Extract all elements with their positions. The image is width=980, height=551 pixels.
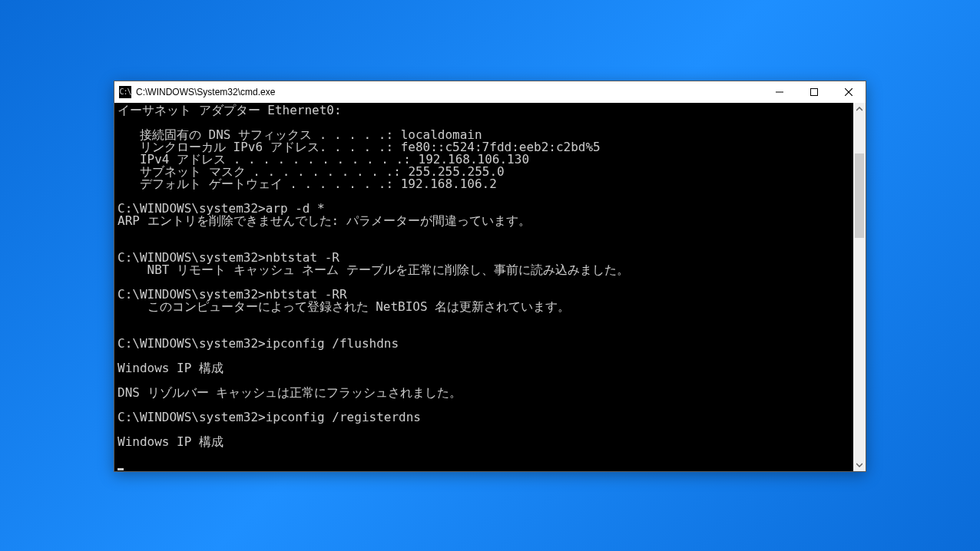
cmd-window: C:\ C:\WINDOWS\System32\cmd.exe イーサネット ア… [114, 81, 866, 472]
window-title: C:\WINDOWS\System32\cmd.exe [136, 87, 762, 97]
minimize-button[interactable] [762, 81, 796, 103]
scroll-up-button[interactable] [853, 103, 866, 115]
terminal-cursor [118, 468, 124, 470]
window-controls [762, 81, 866, 103]
terminal-area[interactable]: イーサネット アダプター Ethernet0: 接続固有の DNS サフィックス… [114, 103, 866, 471]
vertical-scrollbar[interactable] [853, 103, 866, 471]
terminal-output[interactable]: イーサネット アダプター Ethernet0: 接続固有の DNS サフィックス… [114, 103, 853, 471]
scroll-down-button[interactable] [853, 459, 866, 471]
svg-rect-1 [810, 89, 817, 96]
cmd-icon: C:\ [119, 86, 131, 98]
titlebar[interactable]: C:\ C:\WINDOWS\System32\cmd.exe [114, 81, 866, 103]
maximize-button[interactable] [796, 81, 831, 103]
scrollbar-track[interactable] [853, 115, 866, 459]
close-button[interactable] [831, 81, 866, 103]
scrollbar-thumb[interactable] [855, 153, 864, 238]
